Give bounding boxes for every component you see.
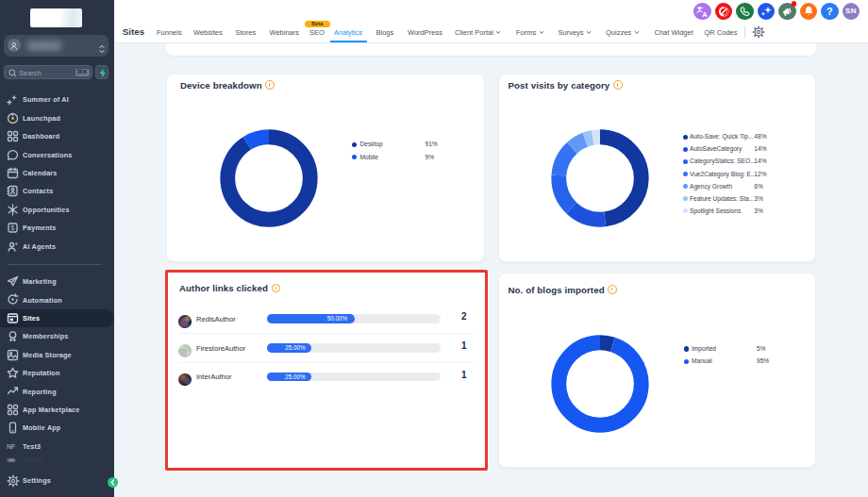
svg-text:NF: NF (7, 443, 15, 450)
svg-text:$: $ (11, 224, 15, 231)
svg-text:A: A (702, 9, 708, 18)
